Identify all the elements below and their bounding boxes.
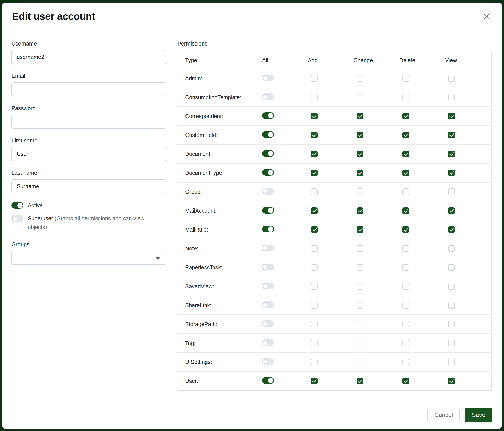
storagepath-add-checkbox[interactable]: [311, 321, 317, 327]
storagepath-all-toggle[interactable]: [262, 320, 274, 327]
admin-view-checkbox[interactable]: [448, 75, 455, 81]
note-view-checkbox[interactable]: [448, 245, 455, 252]
note-delete-checkbox[interactable]: [402, 245, 409, 252]
paperlesstask-all-toggle[interactable]: [262, 264, 274, 270]
savedview-view-checkbox[interactable]: [448, 283, 455, 290]
tag-add-checkbox[interactable]: [311, 340, 317, 346]
tag-all-toggle[interactable]: [262, 339, 274, 346]
note-change-checkbox[interactable]: [357, 245, 363, 252]
paperlesstask-delete-checkbox[interactable]: [402, 264, 409, 271]
uisettings-all-toggle[interactable]: [262, 358, 274, 365]
document-delete-checkbox[interactable]: [402, 151, 409, 157]
mailrule-all-toggle[interactable]: [262, 226, 274, 233]
savedview-add-checkbox[interactable]: [311, 283, 317, 290]
document-change-checkbox[interactable]: [357, 151, 363, 157]
consumptiontemplate-add-checkbox[interactable]: [311, 94, 317, 100]
paperlesstask-add-checkbox[interactable]: [311, 264, 317, 271]
customfield-delete-checkbox[interactable]: [402, 132, 409, 138]
document-view-checkbox[interactable]: [448, 151, 455, 157]
uisettings-view-checkbox[interactable]: [448, 359, 455, 365]
username-input[interactable]: [11, 50, 166, 64]
last-name-input[interactable]: [11, 179, 166, 193]
toggle-knob: [263, 75, 268, 81]
storagepath-view-checkbox[interactable]: [448, 321, 455, 327]
mailrule-change-checkbox[interactable]: [357, 226, 363, 233]
save-button[interactable]: Save: [465, 408, 492, 422]
superuser-toggle[interactable]: [11, 215, 23, 222]
email-input[interactable]: [11, 82, 166, 96]
group-view-checkbox[interactable]: [448, 189, 455, 195]
documenttype-change-checkbox[interactable]: [357, 170, 363, 176]
mailaccount-add-checkbox[interactable]: [311, 207, 317, 214]
sharelink-add-checkbox[interactable]: [311, 302, 317, 308]
user-view-checkbox[interactable]: [448, 377, 455, 384]
admin-all-toggle[interactable]: [262, 74, 274, 81]
user-add-checkbox[interactable]: [311, 377, 317, 384]
sharelink-change-checkbox[interactable]: [357, 302, 363, 308]
cancel-button[interactable]: Cancel: [427, 408, 460, 422]
documenttype-delete-checkbox[interactable]: [402, 170, 409, 176]
sharelink-view-checkbox[interactable]: [448, 302, 455, 308]
user-delete-checkbox[interactable]: [402, 377, 409, 384]
documenttype-view-checkbox[interactable]: [448, 170, 455, 176]
sharelink-all-toggle[interactable]: [262, 301, 274, 308]
password-input[interactable]: [11, 115, 166, 129]
group-delete-checkbox[interactable]: [402, 189, 409, 195]
admin-delete-checkbox[interactable]: [402, 75, 409, 81]
correspondent-change-checkbox[interactable]: [357, 113, 363, 119]
consumptiontemplate-view-checkbox[interactable]: [448, 94, 455, 100]
first-name-input[interactable]: [11, 147, 166, 161]
savedview-all-toggle[interactable]: [262, 283, 274, 289]
group-all-toggle[interactable]: [262, 188, 274, 195]
active-toggle[interactable]: [11, 202, 23, 209]
storagepath-delete-checkbox[interactable]: [402, 321, 409, 327]
mailaccount-all-toggle[interactable]: [262, 207, 274, 214]
group-change-checkbox[interactable]: [357, 189, 363, 195]
correspondent-delete-checkbox[interactable]: [402, 113, 409, 119]
uisettings-add-checkbox[interactable]: [311, 359, 317, 365]
group-add-checkbox[interactable]: [311, 189, 317, 195]
admin-change-checkbox[interactable]: [357, 75, 363, 81]
correspondent-all-toggle[interactable]: [262, 112, 274, 119]
tag-delete-checkbox[interactable]: [402, 340, 409, 346]
note-all-toggle[interactable]: [262, 245, 274, 251]
savedview-delete-checkbox[interactable]: [402, 283, 409, 290]
user-all-toggle[interactable]: [262, 377, 274, 384]
sharelink-delete-checkbox[interactable]: [402, 302, 409, 308]
document-add-checkbox[interactable]: [311, 151, 317, 157]
customfield-add-checkbox[interactable]: [311, 132, 317, 138]
tag-change-checkbox[interactable]: [357, 340, 363, 346]
mailaccount-change-checkbox[interactable]: [357, 207, 363, 214]
note-add-checkbox[interactable]: [311, 245, 317, 252]
tag-view-checkbox[interactable]: [448, 340, 455, 346]
groups-select[interactable]: [11, 251, 166, 265]
paperlesstask-change-checkbox[interactable]: [357, 264, 363, 271]
savedview-change-checkbox[interactable]: [357, 283, 363, 290]
consumptiontemplate-change-checkbox[interactable]: [357, 94, 363, 100]
toggle-knob: [268, 132, 273, 137]
last-name-field: Last name: [11, 170, 166, 193]
user-change-checkbox[interactable]: [357, 377, 363, 384]
admin-add-checkbox[interactable]: [311, 75, 317, 81]
paperlesstask-view-checkbox[interactable]: [448, 264, 455, 271]
customfield-view-checkbox[interactable]: [448, 132, 455, 138]
permission-view-cell: [445, 182, 492, 201]
customfield-all-toggle[interactable]: [262, 131, 274, 138]
correspondent-add-checkbox[interactable]: [311, 113, 317, 119]
mailaccount-delete-checkbox[interactable]: [402, 207, 409, 214]
document-all-toggle[interactable]: [262, 150, 274, 157]
mailrule-view-checkbox[interactable]: [448, 226, 455, 233]
close-icon[interactable]: [480, 10, 493, 22]
mailrule-delete-checkbox[interactable]: [402, 226, 409, 233]
consumptiontemplate-delete-checkbox[interactable]: [402, 94, 409, 100]
uisettings-change-checkbox[interactable]: [357, 359, 363, 365]
documenttype-all-toggle[interactable]: [262, 169, 274, 176]
customfield-change-checkbox[interactable]: [357, 132, 363, 138]
mailaccount-view-checkbox[interactable]: [448, 207, 455, 214]
consumptiontemplate-all-toggle[interactable]: [262, 93, 274, 100]
mailrule-add-checkbox[interactable]: [311, 226, 317, 233]
uisettings-delete-checkbox[interactable]: [402, 359, 409, 365]
correspondent-view-checkbox[interactable]: [448, 113, 455, 119]
documenttype-add-checkbox[interactable]: [311, 170, 317, 176]
storagepath-change-checkbox[interactable]: [357, 321, 363, 327]
